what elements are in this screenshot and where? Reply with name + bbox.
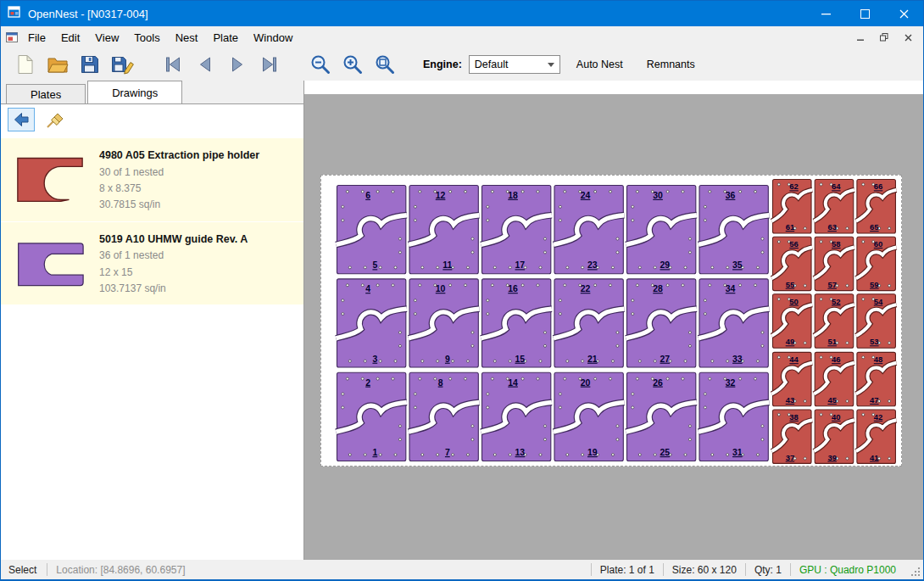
part-cell[interactable]: 6463: [814, 180, 854, 233]
part-cell[interactable]: 2423: [554, 186, 625, 274]
drawings-panel: 4980 A05 Extraction pipe holder 30 of 1 …: [1, 103, 303, 560]
part-cell[interactable]: 3029: [626, 186, 697, 274]
nest-canvas[interactable]: 6512111817242330293635431091615222128273…: [304, 81, 923, 560]
open-button[interactable]: [43, 51, 72, 78]
tab-plates[interactable]: Plates: [6, 84, 86, 103]
part-number: 9: [445, 355, 450, 364]
tab-drawings[interactable]: Drawings: [87, 81, 182, 103]
menu-plate[interactable]: Plate: [205, 28, 246, 47]
back-arrow-button[interactable]: [8, 108, 35, 131]
part-cell[interactable]: 4039: [814, 410, 854, 463]
part-cell[interactable]: 3433: [699, 279, 770, 367]
status-mode: Select: [1, 564, 47, 576]
save-button[interactable]: [75, 51, 104, 78]
part-cell[interactable]: 4241: [856, 410, 897, 463]
part-number: 66: [874, 182, 883, 191]
part-number: 16: [508, 284, 518, 293]
part-number: 50: [789, 297, 799, 306]
maximize-button[interactable]: [845, 1, 884, 26]
menu-edit[interactable]: Edit: [53, 28, 87, 47]
close-button[interactable]: [884, 1, 923, 26]
part-cell[interactable]: 87: [409, 372, 480, 461]
zoom-in-button[interactable]: [338, 51, 367, 78]
part-cell[interactable]: 5857: [814, 237, 854, 290]
remnants-button[interactable]: Remnants: [639, 54, 703, 75]
part-cell[interactable]: 109: [409, 279, 480, 367]
part-number: 31: [732, 448, 743, 457]
menu-view[interactable]: View: [87, 28, 126, 47]
nav-first-button[interactable]: [159, 51, 187, 78]
nav-first-icon: [163, 55, 183, 74]
part-cell[interactable]: 5453: [856, 294, 897, 348]
status-size: Size: 60 x 120: [664, 564, 745, 576]
part-cell[interactable]: 4645: [814, 352, 854, 405]
drawing-title: 5019 A10 UHMW guide Rev. A: [99, 232, 248, 248]
save-as-icon: [111, 54, 134, 75]
part-cell[interactable]: 4847: [856, 352, 897, 405]
part-number: 46: [832, 355, 841, 364]
part-cell[interactable]: 3837: [771, 410, 812, 463]
part-number: 28: [653, 284, 663, 293]
broom-button[interactable]: [42, 108, 69, 131]
part-number: 51: [827, 337, 837, 346]
mdi-close-button[interactable]: [898, 29, 918, 46]
mdi-close-icon: [905, 34, 912, 42]
open-folder-icon: [47, 54, 69, 75]
part-cell[interactable]: 5049: [771, 294, 812, 348]
part-cell[interactable]: 5251: [814, 294, 854, 348]
zoom-out-button[interactable]: [306, 51, 335, 78]
part-cell[interactable]: 3231: [699, 372, 770, 461]
window-title: OpenNest - [N0317-004]: [28, 8, 148, 20]
zoom-fit-button[interactable]: [370, 51, 399, 78]
part-cell[interactable]: 2019: [554, 372, 625, 461]
part-number: 2: [365, 378, 370, 388]
drawing-item-2[interactable]: 5019 A10 UHMW guide Rev. A 36 of 1 neste…: [1, 222, 303, 306]
part-cell[interactable]: 1615: [481, 279, 552, 367]
menu-file[interactable]: File: [20, 28, 53, 47]
part-number: 42: [874, 412, 883, 422]
new-file-button[interactable]: [11, 51, 40, 78]
part-cell[interactable]: 6059: [856, 237, 897, 290]
part-number: 8: [438, 378, 443, 388]
part-cell[interactable]: 3635: [699, 186, 770, 274]
part-cell[interactable]: 1817: [481, 186, 552, 274]
plate-drawing[interactable]: 6512111817242330293635431091615222128273…: [321, 176, 901, 466]
part-number: 4: [365, 284, 370, 293]
part-number: 48: [874, 355, 883, 364]
menu-tools[interactable]: Tools: [126, 28, 167, 47]
part-number: 52: [832, 297, 841, 306]
purple-part-thumbnail: [9, 229, 91, 297]
part-number: 38: [789, 412, 799, 422]
part-cell[interactable]: 65: [336, 186, 407, 274]
mdi-minimize-button[interactable]: [850, 29, 871, 46]
part-cell[interactable]: 6261: [771, 180, 812, 233]
part-cell[interactable]: 6665: [856, 180, 897, 233]
auto-nest-button[interactable]: Auto Nest: [569, 54, 631, 75]
menu-nest[interactable]: Nest: [168, 28, 206, 47]
plate[interactable]: 6512111817242330293635431091615222128273…: [320, 175, 902, 466]
drawing-item-1[interactable]: 4980 A05 Extraction pipe holder 30 of 1 …: [1, 138, 303, 222]
part-cell[interactable]: 2625: [626, 372, 697, 461]
part-number: 7: [445, 448, 450, 457]
nav-prev-button[interactable]: [191, 51, 220, 78]
part-number: 23: [587, 260, 598, 270]
part-cell[interactable]: 43: [336, 279, 407, 367]
resize-grip[interactable]: [910, 566, 921, 579]
mdi-restore-button[interactable]: [874, 29, 894, 46]
part-cell[interactable]: 2221: [554, 279, 625, 367]
part-cell[interactable]: 4443: [771, 352, 812, 405]
nav-last-button[interactable]: [255, 51, 284, 78]
part-cell[interactable]: 1211: [409, 186, 480, 274]
menu-window[interactable]: Window: [246, 28, 300, 47]
part-cell[interactable]: 5655: [771, 237, 812, 290]
part-cell[interactable]: 2827: [626, 279, 697, 367]
part-cell[interactable]: 1413: [481, 372, 552, 461]
drawing-size: 8 x 8.375: [99, 182, 259, 196]
engine-select[interactable]: Default: [469, 55, 560, 74]
minimize-button[interactable]: [806, 1, 845, 26]
part-cell[interactable]: 21: [336, 372, 407, 461]
part-number: 22: [581, 284, 591, 293]
part-number: 55: [786, 280, 795, 289]
save-as-button[interactable]: [108, 51, 136, 78]
nav-next-button[interactable]: [223, 51, 252, 78]
